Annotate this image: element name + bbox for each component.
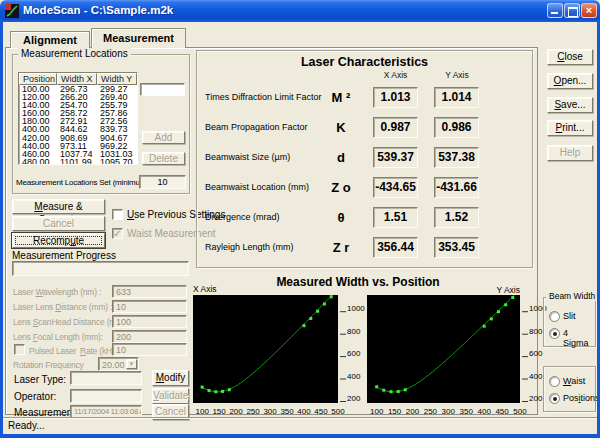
waist-positions-group: Waist Positions bbox=[543, 366, 596, 412]
locations-table[interactable]: PositionWidth XWidth Y 100.00296.73299.2… bbox=[18, 72, 138, 165]
characteristic-label: Rayleigh Length (mm) bbox=[205, 237, 294, 258]
waist-label[interactable]: Waist bbox=[563, 376, 585, 386]
table-cell: 1101.99 bbox=[57, 158, 97, 165]
table-row[interactable]: 100.00296.73299.27 bbox=[19, 85, 137, 93]
table-cell: 257.86 bbox=[97, 109, 137, 117]
table-cell: 299.27 bbox=[97, 85, 137, 93]
svg-text:400: 400 bbox=[529, 372, 543, 381]
setting-label: Lens Focal Length (mm): bbox=[13, 332, 103, 342]
characteristic-x-value: 1.013 bbox=[373, 87, 418, 108]
pulsed-laser-label: Pulsed Laser bbox=[29, 346, 76, 356]
table-cell: 272.56 bbox=[97, 117, 137, 125]
svg-text:350: 350 bbox=[280, 407, 294, 416]
table-row[interactable]: 140.00254.70255.79 bbox=[19, 101, 137, 109]
table-cell: 269.40 bbox=[97, 93, 137, 101]
table-row[interactable]: 480.001101.991095.70 bbox=[19, 158, 137, 165]
characteristic-x-value: 539.37 bbox=[373, 147, 418, 168]
help-button: Help bbox=[547, 145, 593, 161]
positions-label[interactable]: Positions bbox=[563, 393, 600, 403]
four-sigma-label[interactable]: 4 Sigma bbox=[563, 328, 595, 348]
characteristic-x-value: 0.987 bbox=[373, 117, 418, 138]
table-row[interactable]: 460.001037.741031.03 bbox=[19, 150, 137, 158]
app-icon bbox=[5, 4, 19, 18]
setting-label: Lens ScanHead Distance (mm): bbox=[13, 317, 128, 327]
characteristic-row: Times Diffraction Limit FactorM ²1.0131.… bbox=[197, 87, 532, 108]
svg-text:400: 400 bbox=[478, 407, 492, 416]
column-header-width-y[interactable]: Width Y bbox=[97, 73, 137, 85]
characteristic-row: Beam Propagation FactorK0.9870.986 bbox=[197, 117, 532, 138]
close-window-button[interactable]: × bbox=[581, 3, 597, 18]
svg-text:250: 250 bbox=[424, 407, 438, 416]
title-bar[interactable]: ModeScan - C:\Sample.m2k × bbox=[0, 0, 600, 22]
add-button: Add bbox=[142, 131, 185, 144]
table-cell: 1031.03 bbox=[97, 150, 137, 158]
four-sigma-radio[interactable] bbox=[549, 328, 560, 339]
open-button[interactable]: Open... bbox=[547, 73, 593, 89]
characteristic-symbol: Z o bbox=[317, 177, 365, 198]
table-cell: 400.00 bbox=[19, 125, 57, 133]
rotation-frequency-value: 20.00 bbox=[99, 359, 125, 370]
table-row[interactable]: 440.00973.11969.22 bbox=[19, 142, 137, 150]
table-cell: 908.69 bbox=[57, 134, 97, 142]
window-title: ModeScan - C:\Sample.m2k bbox=[23, 4, 173, 16]
characteristic-y-value: -431.66 bbox=[434, 177, 479, 198]
measurement-progress-label: Measurement Progress bbox=[12, 250, 116, 261]
window-border-bottom bbox=[0, 434, 600, 438]
modify-button[interactable]: Modify bbox=[152, 370, 189, 386]
waist-radio[interactable] bbox=[549, 376, 560, 387]
laser-type-label: Laser Type: bbox=[14, 374, 66, 385]
measure-compute-button[interactable]: Measure & Compute bbox=[12, 199, 105, 214]
tab-measurement[interactable]: Measurement bbox=[91, 28, 186, 48]
minimize-button[interactable] bbox=[547, 3, 563, 18]
slit-label[interactable]: Slit bbox=[563, 311, 576, 321]
column-header-position[interactable]: Position bbox=[19, 73, 57, 85]
characteristic-y-value: 1.014 bbox=[434, 87, 479, 108]
slit-radio[interactable] bbox=[549, 311, 560, 322]
svg-text:1000: 1000 bbox=[347, 304, 365, 313]
use-previous-settings-checkbox[interactable] bbox=[112, 209, 123, 220]
locations-table-header[interactable]: PositionWidth XWidth Y bbox=[19, 73, 137, 85]
characteristic-y-value: 537.38 bbox=[434, 147, 479, 168]
maximize-button[interactable] bbox=[564, 3, 580, 18]
table-cell: 839.73 bbox=[97, 125, 137, 133]
setting-input: 100 bbox=[112, 315, 187, 328]
table-row[interactable]: 120.00266.20269.40 bbox=[19, 93, 137, 101]
table-row[interactable]: 400.00844.62839.73 bbox=[19, 125, 137, 133]
table-cell: 255.79 bbox=[97, 101, 137, 109]
svg-text:450: 450 bbox=[495, 407, 509, 416]
column-header-width-x[interactable]: Width X bbox=[57, 73, 97, 85]
table-cell: 296.73 bbox=[57, 85, 97, 93]
laser-type-input[interactable] bbox=[70, 371, 142, 385]
table-cell: 180.00 bbox=[19, 117, 57, 125]
charts-title: Measured Width vs. Position bbox=[196, 275, 520, 289]
save-button[interactable]: Save... bbox=[547, 97, 593, 113]
table-cell: 480.00 bbox=[19, 158, 57, 165]
recompute-button[interactable]: Recompute bbox=[12, 233, 105, 248]
table-cell: 160.00 bbox=[19, 109, 57, 117]
setting-input: 633 bbox=[112, 285, 187, 298]
table-cell: 100.00 bbox=[19, 85, 57, 93]
tab-alignment[interactable]: Alignment bbox=[10, 31, 90, 48]
print-button[interactable]: Print... bbox=[547, 120, 593, 136]
beam-width-group: Beam Width Slit 4 Sigma bbox=[543, 297, 596, 347]
table-cell: 140.00 bbox=[19, 101, 57, 109]
measurement-locations-group-title: Measurement Locations bbox=[18, 48, 131, 59]
svg-text:400: 400 bbox=[297, 407, 311, 416]
window-border-left bbox=[0, 22, 3, 438]
positions-radio[interactable] bbox=[549, 393, 560, 404]
characteristic-label: Beam Propagation Factor bbox=[205, 117, 308, 138]
svg-text:800: 800 bbox=[529, 327, 543, 336]
close-button[interactable]: Close bbox=[547, 49, 593, 65]
svg-text:600: 600 bbox=[347, 349, 361, 358]
x-axis-column-header: X Axis bbox=[373, 70, 418, 80]
new-location-input[interactable] bbox=[140, 83, 185, 96]
svg-text:600: 600 bbox=[529, 349, 543, 358]
table-row[interactable]: 420.00908.69904.67 bbox=[19, 134, 137, 142]
operator-input[interactable] bbox=[70, 389, 142, 403]
svg-text:500: 500 bbox=[331, 407, 345, 416]
table-row[interactable]: 180.00272.91272.56 bbox=[19, 117, 137, 125]
table-row[interactable]: 160.00258.72257.86 bbox=[19, 109, 137, 117]
locations-set-value: 10 bbox=[139, 175, 186, 189]
table-cell: 904.67 bbox=[97, 134, 137, 142]
svg-text:200: 200 bbox=[229, 407, 243, 416]
